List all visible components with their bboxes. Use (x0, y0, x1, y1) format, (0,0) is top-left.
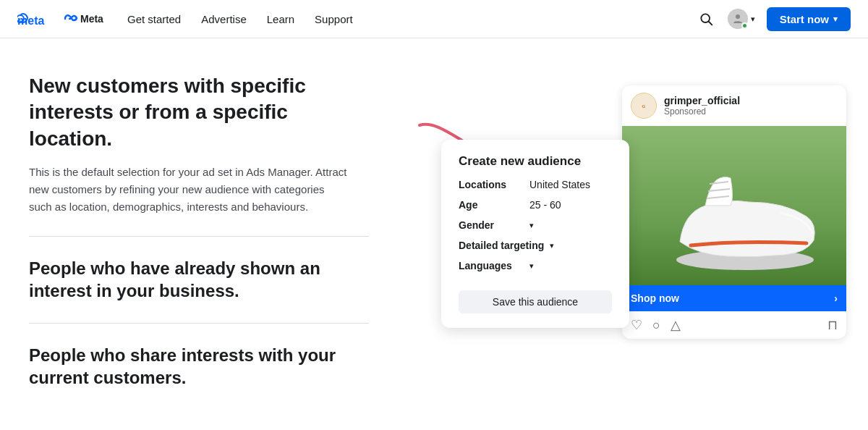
share-icon[interactable]: △ (671, 317, 681, 333)
locations-label: Locations (459, 179, 524, 190)
svg-line-4 (708, 22, 712, 25)
nav-links: Get started Advertise Learn Support (127, 13, 696, 25)
svg-text:G: G (642, 104, 646, 109)
svg-point-5 (736, 14, 740, 19)
languages-label: Languages (459, 260, 524, 271)
languages-dropdown[interactable]: ▾ (529, 261, 534, 271)
meta-logo: meta Meta (17, 9, 104, 29)
start-btn-chevron-icon: ▾ (833, 14, 838, 24)
section-1-desc: This is the default selection for your a… (29, 164, 347, 216)
left-content: New customers with specific interests or… (0, 38, 398, 430)
audience-targeting-row: Detailed targeting ▾ (459, 240, 612, 251)
gender-label: Gender (459, 219, 524, 231)
main-content: New customers with specific interests or… (0, 38, 868, 430)
age-value: 25 - 60 (529, 199, 561, 211)
like-icon[interactable]: ♡ (631, 317, 642, 333)
user-avatar-wrap (728, 9, 748, 29)
gender-dropdown[interactable]: ▾ (529, 221, 534, 230)
divider-1 (29, 236, 369, 237)
svg-text:meta: meta (17, 14, 44, 27)
save-audience-button[interactable]: Save this audience (459, 290, 612, 313)
nav-learn[interactable]: Learn (267, 13, 294, 25)
ad-image (622, 126, 846, 285)
online-indicator (741, 22, 748, 29)
shop-now-bar[interactable]: Shop now › (622, 285, 846, 311)
section-1-title: New customers with specific interests or… (29, 73, 369, 152)
nav-right: ▾ Start now ▾ (696, 7, 851, 31)
section-3-title: People who share interests with your cur… (29, 344, 369, 389)
search-button[interactable] (696, 9, 716, 29)
divider-2 (29, 323, 369, 324)
nav-advertise[interactable]: Advertise (201, 13, 247, 25)
audience-age-row: Age 25 - 60 (459, 199, 612, 211)
audience-languages-row: Languages ▾ (459, 260, 612, 271)
shop-now-chevron-icon: › (834, 292, 838, 304)
user-account-button[interactable]: ▾ (728, 9, 755, 29)
targeting-dropdown-arrow-icon: ▾ (550, 241, 554, 250)
age-label: Age (459, 199, 524, 211)
gender-dropdown-arrow-icon: ▾ (529, 221, 534, 230)
section-2-title: People who have already shown an interes… (29, 257, 369, 302)
section-1: New customers with specific interests or… (29, 73, 369, 216)
locations-value: United States (529, 179, 590, 190)
section-2: People who have already shown an interes… (29, 257, 369, 302)
right-visual: Create new audience Locations United Sta… (398, 38, 868, 430)
ad-sponsored-label: Sponsored (664, 106, 740, 117)
svg-text:Meta: Meta (80, 13, 103, 25)
shoe-svg (640, 133, 828, 278)
start-now-button[interactable]: Start now ▾ (767, 7, 851, 31)
bookmark-icon[interactable]: ⊓ (827, 317, 838, 333)
ad-card: G grimper_official Sponsored (622, 85, 846, 339)
audience-card-title: Create new audience (459, 154, 612, 169)
targeting-label: Detailed targeting (459, 240, 544, 251)
audience-gender-row: Gender ▾ (459, 219, 612, 231)
targeting-dropdown[interactable]: ▾ (550, 241, 554, 250)
navigation: meta Meta Get started Advertise Learn Su… (0, 0, 868, 38)
ad-account-info: grimper_official Sponsored (664, 95, 740, 117)
audience-locations-row: Locations United States (459, 179, 612, 190)
comment-icon[interactable]: ○ (652, 318, 660, 333)
nav-get-started[interactable]: Get started (127, 13, 181, 25)
audience-card: Create new audience Locations United Sta… (441, 140, 629, 328)
languages-dropdown-arrow-icon: ▾ (529, 261, 534, 271)
nav-support[interactable]: Support (315, 13, 353, 25)
ad-card-header: G grimper_official Sponsored (622, 85, 846, 126)
ad-avatar: G (631, 93, 657, 119)
section-3: People who share interests with your cur… (29, 344, 369, 389)
ad-account-name: grimper_official (664, 95, 740, 106)
user-chevron-icon: ▾ (751, 14, 755, 24)
ad-actions: ♡ ○ △ ⊓ (622, 311, 846, 339)
shop-now-label: Shop now (631, 292, 679, 304)
